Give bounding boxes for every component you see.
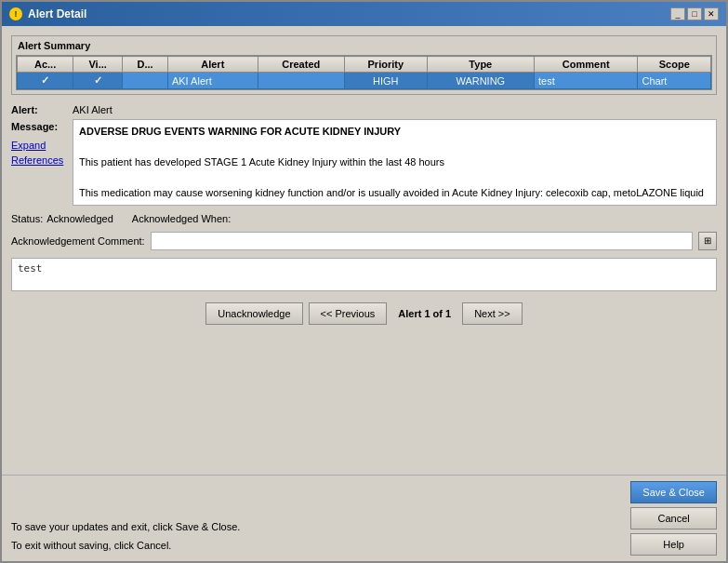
ack-comment-row: Acknowledgement Comment: ⊞ [11, 232, 717, 250]
title-bar-left: ! Alert Detail [9, 7, 86, 20]
save-close-button[interactable]: Save & Close [630, 481, 717, 503]
alert-counter: Alert 1 of 1 [398, 308, 451, 319]
maximize-button[interactable]: □ [687, 7, 702, 20]
cell-viewed: ✓ [73, 73, 123, 89]
window-controls: _ □ ✕ [670, 7, 719, 20]
col-alert: Alert [167, 57, 258, 73]
previous-button[interactable]: << Previous [309, 302, 388, 325]
cell-comment: test [534, 73, 638, 89]
col-priority: Priority [344, 57, 427, 73]
col-scope: Scope [638, 57, 711, 73]
cell-created [258, 73, 344, 89]
cell-type: WARNING [427, 73, 534, 89]
window-content: Alert Summary Ac... Vi... D... Alert Cre… [2, 26, 726, 475]
comment-textarea[interactable]: test [11, 258, 717, 291]
ack-when-item: Acknowledged When: [132, 213, 231, 224]
close-button[interactable]: ✕ [704, 7, 719, 20]
col-d: D... [123, 57, 168, 73]
alert-name-row: Alert: AKI Alert [11, 102, 717, 115]
ack-comment-input[interactable] [151, 232, 693, 250]
main-window: ! Alert Detail _ □ ✕ Alert Summary Ac...… [0, 0, 728, 563]
col-ack: Ac... [18, 57, 73, 73]
footer-text: To save your updates and exit, click Sav… [11, 518, 240, 556]
alert-summary-title: Alert Summary [16, 40, 712, 51]
unacknowledge-button[interactable]: Unacknowledge [205, 302, 302, 325]
message-left: Message: Expand References [11, 119, 67, 166]
alert-value: AKI Alert [73, 102, 113, 115]
message-line-1: ADVERSE DRUG EVENTS WARNING FOR ACUTE KI… [79, 124, 710, 140]
window-title: Alert Detail [28, 7, 86, 20]
cancel-button[interactable]: Cancel [630, 507, 717, 529]
alert-icon: ! [9, 7, 22, 20]
alert-table: Ac... Vi... D... Alert Created Priority … [17, 56, 711, 89]
table-row[interactable]: ✓ ✓ AKI Alert HIGH WARNING test Chart [18, 73, 711, 89]
navigation-buttons: Unacknowledge << Previous Alert 1 of 1 N… [11, 299, 717, 328]
cell-ack: ✓ [18, 73, 73, 89]
col-type: Type [427, 57, 534, 73]
left-links: Expand References [11, 136, 67, 166]
alert-detail-section: Alert: AKI Alert Message: Expand Referen… [11, 102, 717, 206]
next-button[interactable]: Next >> [462, 302, 523, 325]
message-box: ADVERSE DRUG EVENTS WARNING FOR ACUTE KI… [73, 119, 717, 206]
col-viewed: Vi... [73, 57, 123, 73]
col-comment: Comment [534, 57, 638, 73]
ack-comment-icon-button[interactable]: ⊞ [698, 232, 717, 250]
footer-save-line: To save your updates and exit, click Sav… [11, 518, 240, 537]
message-line-3: This medication may cause worsening kidn… [79, 185, 710, 201]
cell-d [123, 73, 168, 89]
status-item: Status: Acknowledged [11, 213, 113, 224]
message-row: Message: Expand References ADVERSE DRUG … [11, 119, 717, 206]
ack-when-label: Acknowledged When: [132, 213, 231, 224]
alert-label: Alert: [11, 102, 67, 115]
footer-cancel-line: To exit without saving, click Cancel. [11, 537, 240, 556]
references-link[interactable]: References [11, 154, 67, 166]
message-label: Message: [11, 119, 67, 132]
status-row: Status: Acknowledged Acknowledged When: [11, 213, 717, 224]
minimize-button[interactable]: _ [670, 7, 685, 20]
status-label: Status: [11, 213, 43, 224]
message-line-2: This patient has developed STAGE 1 Acute… [79, 154, 710, 170]
table-header-row: Ac... Vi... D... Alert Created Priority … [18, 57, 711, 73]
expand-link[interactable]: Expand [11, 140, 67, 151]
alert-table-wrapper[interactable]: Ac... Vi... D... Alert Created Priority … [16, 55, 712, 90]
footer-section: To save your updates and exit, click Sav… [2, 475, 726, 561]
footer-buttons: Save & Close Cancel Help [630, 481, 717, 556]
cell-alert: AKI Alert [167, 73, 258, 89]
cell-scope: Chart [638, 73, 711, 89]
help-button[interactable]: Help [630, 533, 717, 556]
alert-summary-group: Alert Summary Ac... Vi... D... Alert Cre… [11, 35, 717, 95]
title-bar: ! Alert Detail _ □ ✕ [2, 2, 726, 26]
ack-comment-label: Acknowledgement Comment: [11, 235, 145, 247]
status-value: Acknowledged [46, 213, 113, 224]
cell-priority: HIGH [344, 73, 427, 89]
col-created: Created [258, 57, 344, 73]
